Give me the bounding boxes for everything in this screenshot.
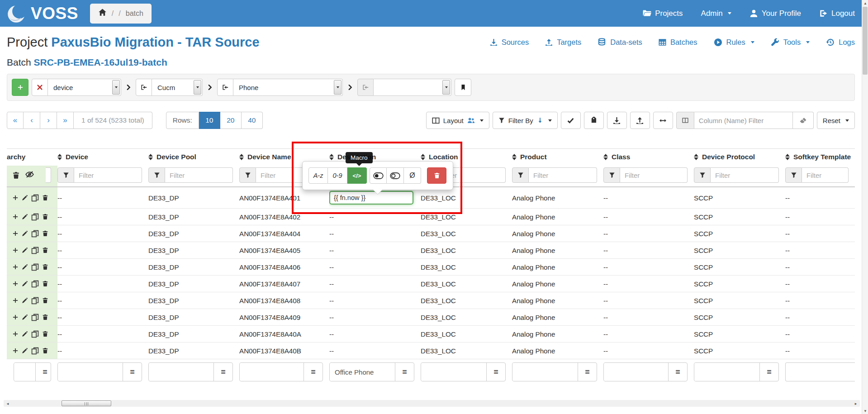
home-icon[interactable]: [98, 8, 107, 19]
hamburger-icon[interactable]: ≡: [759, 363, 778, 381]
toggle-on-button[interactable]: [370, 167, 387, 184]
delete-row-icon[interactable]: [42, 297, 48, 304]
nav-admin[interactable]: Admin: [701, 9, 731, 18]
copy-row-icon[interactable]: [31, 230, 39, 238]
add-row-icon[interactable]: [12, 297, 19, 304]
delete-row-icon[interactable]: [42, 247, 48, 253]
filter-input-device[interactable]: [74, 167, 142, 183]
add-row-icon[interactable]: [12, 331, 19, 337]
vertical-scrollbar[interactable]: ▲ ▼: [862, 0, 868, 414]
edit-row-icon[interactable]: [22, 214, 28, 220]
add-row-icon[interactable]: [12, 214, 19, 220]
horizontal-scrollbar-thumb[interactable]: [62, 400, 111, 406]
edit-row-icon[interactable]: [22, 347, 28, 354]
import-file-button[interactable]: [630, 112, 650, 129]
column-filter-input[interactable]: [694, 112, 793, 129]
import-icon[interactable]: [357, 79, 374, 96]
column-header-class[interactable]: Class: [603, 149, 694, 166]
add-row-icon[interactable]: [12, 281, 19, 287]
delete-value-button[interactable]: [427, 167, 446, 184]
tag-button[interactable]: [584, 112, 604, 129]
delete-row-icon[interactable]: [42, 281, 48, 287]
macro-input[interactable]: [329, 191, 413, 205]
scroll-up-arrow-icon[interactable]: ▲: [862, 0, 868, 6]
filter-input-device-protocol[interactable]: [711, 167, 779, 183]
bookmark-button[interactable]: [455, 79, 471, 96]
hamburger-icon[interactable]: ≡: [395, 363, 414, 381]
hamburger-icon[interactable]: ≡: [123, 363, 142, 381]
alpha-mode-button[interactable]: A-z: [308, 167, 328, 184]
phone-select[interactable]: Phone: [233, 79, 343, 96]
subnav-targets[interactable]: Targets: [545, 38, 581, 47]
edit-row-icon[interactable]: [22, 230, 28, 237]
add-row-icon[interactable]: [12, 347, 19, 354]
apply-button[interactable]: [561, 112, 581, 129]
cucm-select[interactable]: Cucm: [152, 79, 203, 96]
mass-edit-device-name-input[interactable]: [240, 363, 304, 381]
mass-edit-product-input[interactable]: [512, 363, 578, 381]
toggle-off-button[interactable]: [387, 167, 404, 184]
nav-your-profile[interactable]: Your Profile: [749, 9, 801, 18]
prev-page-button[interactable]: ‹: [24, 112, 40, 129]
delete-row-icon[interactable]: [42, 195, 48, 201]
brand[interactable]: VOSS: [7, 4, 78, 24]
filter-by-button[interactable]: Filter By: [493, 112, 558, 129]
batch-link[interactable]: SRC-PB-EMEA-16Jul19-batch: [34, 57, 167, 67]
resize-columns-button[interactable]: [653, 112, 673, 129]
hamburger-icon[interactable]: ≡: [486, 363, 505, 381]
hamburger-icon[interactable]: ≡: [35, 363, 54, 381]
delete-row-icon[interactable]: [42, 264, 48, 270]
first-page-button[interactable]: «: [7, 112, 24, 129]
edit-row-icon[interactable]: [22, 331, 28, 337]
filter-input-device-pool[interactable]: [165, 167, 233, 183]
column-header-device-pool[interactable]: Device Pool: [148, 149, 239, 166]
copy-row-icon[interactable]: [31, 314, 39, 321]
subnav-logs[interactable]: Logs: [826, 38, 855, 47]
export-button[interactable]: [607, 112, 627, 129]
null-value-button[interactable]: Ø: [404, 167, 421, 184]
next-page-button[interactable]: ›: [40, 112, 57, 129]
empty-select[interactable]: [374, 79, 451, 96]
nav-logout[interactable]: Logout: [819, 9, 855, 18]
column-header-device[interactable]: Device: [57, 149, 148, 166]
horizontal-scrollbar[interactable]: ◂ ▸: [4, 400, 860, 407]
add-row-icon[interactable]: [12, 195, 19, 201]
scroll-left-arrow-icon[interactable]: ◂: [5, 400, 11, 407]
project-link[interactable]: PaxusBio Migration - TAR Source: [51, 35, 259, 49]
column-header-hierarchy[interactable]: archy: [7, 149, 57, 166]
delete-row-icon[interactable]: [42, 347, 48, 354]
mass-edit-device-input[interactable]: [58, 363, 123, 381]
mass-edit-description-input[interactable]: [330, 363, 395, 381]
add-row-icon[interactable]: [12, 230, 19, 237]
mass-edit-device-pool-input[interactable]: [149, 363, 213, 381]
edit-row-icon[interactable]: [22, 281, 28, 287]
eye-slash-icon[interactable]: [25, 170, 34, 181]
import-icon[interactable]: [136, 79, 152, 96]
copy-row-icon[interactable]: [31, 194, 39, 202]
edit-row-icon[interactable]: [22, 247, 28, 253]
filter-input-product[interactable]: [529, 167, 597, 183]
scroll-down-arrow-icon[interactable]: ▼: [862, 408, 868, 414]
subnav-data-sets[interactable]: Data-sets: [598, 38, 642, 47]
filter-input-class[interactable]: [620, 167, 688, 183]
subnav-batches[interactable]: Batches: [659, 38, 697, 47]
subnav-tools[interactable]: Tools: [771, 38, 810, 47]
edit-row-icon[interactable]: [22, 297, 28, 304]
mass-edit-device-protocol-input[interactable]: [694, 363, 759, 381]
last-page-button[interactable]: »: [57, 112, 74, 129]
mass-edit-hierarchy-input[interactable]: [14, 363, 35, 381]
mass-edit-location-input[interactable]: [421, 363, 486, 381]
macro-mode-button[interactable]: </>: [347, 167, 367, 184]
delete-row-icon[interactable]: [42, 230, 48, 237]
edit-row-icon[interactable]: [22, 195, 28, 201]
mass-edit-class-input[interactable]: [604, 363, 668, 381]
clear-filter-button[interactable]: [793, 112, 814, 129]
column-header-product[interactable]: Product: [512, 149, 603, 166]
copy-row-icon[interactable]: [31, 280, 39, 288]
hamburger-icon[interactable]: ≡: [578, 363, 597, 381]
copy-row-icon[interactable]: [31, 347, 39, 355]
column-header-softkey-template[interactable]: Softkey Template: [785, 149, 855, 166]
rows-option-20[interactable]: 20: [220, 112, 242, 129]
copy-row-icon[interactable]: [31, 330, 39, 338]
numeric-mode-button[interactable]: 0-9: [328, 167, 347, 184]
